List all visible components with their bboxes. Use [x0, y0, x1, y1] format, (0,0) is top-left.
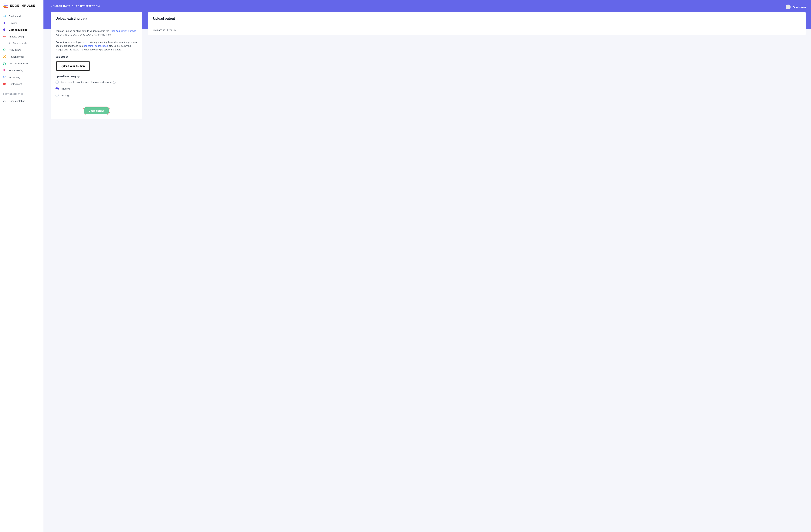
sidebar-item-label: Deployment	[9, 82, 22, 85]
svg-rect-3	[4, 7, 8, 8]
sidebar-item-label: Data acquisition	[9, 28, 28, 31]
sidebar-item-eon-tuner[interactable]: EON Tuner	[0, 46, 44, 53]
sidebar-item-label: Model testing	[9, 69, 23, 72]
sidebar-item-label: Impulse design	[9, 35, 25, 38]
svg-rect-1	[3, 5, 8, 5]
radio-testing[interactable]: Testing	[56, 94, 137, 97]
pulse-icon	[3, 35, 6, 38]
sidebar-item-retrain-model[interactable]: Retrain model	[0, 53, 44, 60]
sidebar-item-devices[interactable]: Devices	[0, 19, 44, 26]
card-title: Upload existing data	[56, 17, 137, 20]
clipboard-check-icon	[3, 69, 6, 72]
bb-text-b: file. Select	[108, 44, 121, 47]
bb-both-underline: both	[121, 44, 126, 47]
svg-point-16	[3, 78, 4, 78]
svg-point-8	[3, 49, 5, 51]
radio-label: Automatically split between training and…	[61, 80, 116, 84]
begin-upload-button[interactable]: Begin upload	[84, 107, 109, 114]
svg-rect-14	[3, 69, 5, 71]
file-upload-box[interactable]: Upload your file here	[57, 61, 90, 71]
shuffle-icon	[3, 55, 6, 58]
main-content: Upload existing data You can upload exis…	[44, 12, 811, 124]
svg-line-13	[3, 56, 4, 56]
upload-existing-data-card: Upload existing data You can upload exis…	[51, 12, 142, 119]
sidebar-item-label: Live classification	[9, 62, 28, 65]
radio-auto-split[interactable]: Automatically split between training and…	[56, 80, 137, 84]
sidebar-nav-secondary: Documentation	[0, 97, 44, 104]
upload-output-log: Uploading 1 file...	[148, 25, 806, 35]
sidebar-item-label: Dashboard	[9, 15, 20, 17]
sidebar-item-deployment[interactable]: Deployment	[0, 80, 44, 87]
bounding-boxes-labels-link[interactable]: bounding_boxes.labels	[83, 44, 108, 47]
brand-name: EDGE IMPULSE	[10, 4, 35, 7]
card-title: Upload output	[153, 17, 801, 20]
sidebar-item-label: Create impulse	[13, 42, 28, 44]
card-body: You can upload existing data to your pro…	[51, 25, 142, 103]
upload-category-label: Upload into category	[56, 74, 137, 78]
monitor-icon	[3, 15, 6, 17]
intro-paragraph: You can upload existing data to your pro…	[56, 29, 137, 37]
sidebar-item-label: Documentation	[9, 100, 25, 102]
intro-text-b: (CBOR, JSON, CSV), or as WAV, JPG or PNG…	[56, 33, 111, 36]
branch-icon	[3, 76, 6, 78]
box-icon	[3, 82, 6, 85]
begin-upload-highlight: Begin upload	[83, 107, 110, 115]
category-radio-group: Automatically split between training and…	[56, 80, 137, 97]
page-title-wrap: UPLOAD DATA (HARD HAT DETECTION)	[51, 4, 100, 7]
sidebar-item-data-acquisition[interactable]: Data acquisition	[0, 26, 44, 33]
radio-indicator	[56, 87, 59, 90]
target-icon	[3, 48, 6, 51]
chip-icon	[3, 21, 6, 24]
radio-auto-text: Automatically split between training and…	[61, 81, 111, 83]
page-subtitle: (HARD HAT DETECTION)	[72, 5, 100, 7]
intro-text-a: You can upload existing data to your pro…	[56, 30, 110, 32]
card-header: Upload output	[148, 12, 806, 25]
svg-rect-0	[3, 3, 6, 4]
sidebar-item-documentation[interactable]: Documentation	[0, 97, 44, 104]
sidebar-item-label: EON Tuner	[9, 48, 21, 51]
svg-point-15	[3, 76, 4, 76]
radio-label: Testing	[61, 94, 69, 97]
sidebar-section-title: GETTING STARTED	[0, 91, 44, 97]
sidebar-nav: Dashboard Devices Data acquisition Impul…	[0, 13, 44, 87]
svg-rect-4	[3, 15, 6, 17]
svg-point-17	[5, 76, 5, 77]
radio-label: Training	[61, 87, 70, 91]
rocket-icon	[3, 100, 6, 102]
headphones-icon	[3, 62, 6, 65]
select-files-label: Select files	[56, 55, 137, 59]
card-header: Upload existing data	[51, 12, 142, 25]
sidebar-item-create-impulse[interactable]: Create impulse	[0, 40, 44, 46]
database-icon	[3, 28, 6, 31]
sidebar-item-label: Retrain model	[9, 55, 24, 58]
radio-indicator	[56, 94, 59, 97]
sidebar-item-model-testing[interactable]: Model testing	[0, 67, 44, 74]
card-footer: Begin upload	[51, 103, 142, 119]
brand-logo-icon	[3, 3, 9, 8]
user-menu[interactable]: JianfengYu	[786, 4, 806, 10]
help-icon[interactable]: ?	[113, 81, 116, 84]
sidebar-item-versioning[interactable]: Versioning	[0, 74, 44, 80]
brand-logo[interactable]: EDGE IMPULSE	[0, 3, 44, 13]
radio-training[interactable]: Training	[56, 87, 137, 91]
avatar	[786, 4, 791, 10]
bounding-boxes-label: Bounding boxes:	[56, 41, 75, 44]
upload-output-card: Upload output Uploading 1 file...	[148, 12, 806, 35]
sidebar-item-impulse-design[interactable]: Impulse design	[0, 33, 44, 40]
sidebar-item-label: Versioning	[9, 76, 20, 78]
sidebar-item-live-classification[interactable]: Live classification	[0, 60, 44, 67]
svg-rect-6	[4, 22, 5, 24]
username: JianfengYu	[793, 6, 806, 9]
bounding-boxes-paragraph: Bounding boxes: If you have existing bou…	[56, 40, 137, 51]
sidebar-item-label: Devices	[9, 21, 17, 24]
data-acquisition-format-link[interactable]: Data Acquisition Format	[110, 30, 136, 32]
radio-indicator	[56, 80, 59, 84]
sidebar: EDGE IMPULSE Dashboard Devices Data acqu…	[0, 0, 44, 124]
svg-rect-2	[3, 6, 6, 7]
sidebar-item-dashboard[interactable]: Dashboard	[0, 13, 44, 19]
page-title: UPLOAD DATA	[51, 4, 71, 7]
